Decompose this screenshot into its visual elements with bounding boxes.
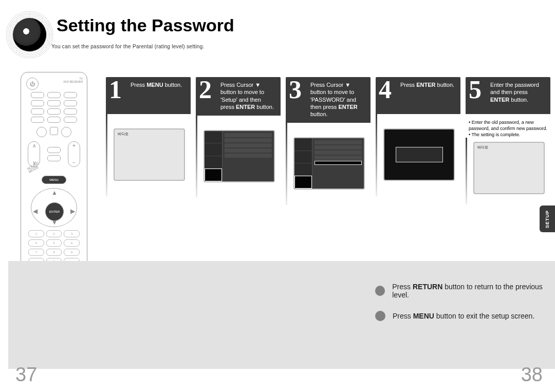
step-number: 5 [469,73,482,106]
tv-thumbnail: 비디오 [114,128,185,181]
step-1: 1 Press MENU button. 비디오 [106,77,191,205]
tv-thumbnail [293,137,365,190]
footer-note-menu: Press MENU button to exit the setup scre… [375,311,534,321]
step-number: 3 [289,73,302,106]
step-text: Press ENTER button. [400,82,454,88]
enter-button: ENTER [45,202,64,221]
brand-logo [5,10,54,59]
step-2: 2 Press Cursor ▼ button to move to 'Setu… [196,77,281,205]
step-text: Press MENU button. [131,82,182,88]
channel-rocker: +− [68,141,80,167]
step-5: 5 Enter the password and then press ENTE… [466,77,550,205]
tv-thumbnail [203,130,275,182]
step-3: 3 Press Cursor ▼ button to move to 'PASS… [286,77,371,205]
step-text: Enter the password and then press ENTER … [490,82,539,103]
page-title: Setting the Password [57,15,234,35]
power-icon: ⏻ [26,78,39,90]
step-text: Press Cursor ▼ button to move to 'Setup'… [220,82,274,110]
step-5-notes: Enter the old password, a new password, … [469,119,550,138]
setup-side-tab: SETUP [540,206,555,232]
step-number: 1 [109,73,122,106]
step-number: 4 [379,73,392,106]
step-4: 4 Press ENTER button. [376,77,460,205]
bullet-icon [375,286,385,296]
footer-note-return: Press RETURN button to return to the pre… [375,283,555,299]
navigation-pad: ▲▼ ◀▶ ENTER [31,188,77,227]
page-subtitle: You can set the password for the Parenta… [51,44,205,49]
step-number: 2 [199,73,212,106]
step-text: Press Cursor ▼ button to move to 'PASSWO… [310,82,358,117]
steps-row: 1 Press MENU button. 비디오 2 Press Cursor … [106,77,547,205]
tv-thumbnail: 비디오 [473,142,545,194]
page-number-left: 37 [15,364,37,386]
page-number-right: 38 [521,364,543,386]
bullet-icon [375,311,385,321]
tv-thumbnail [383,128,455,181]
remote-label-dvd: DVD RECEIVER [63,81,83,84]
menu-button: MENU [42,176,66,184]
